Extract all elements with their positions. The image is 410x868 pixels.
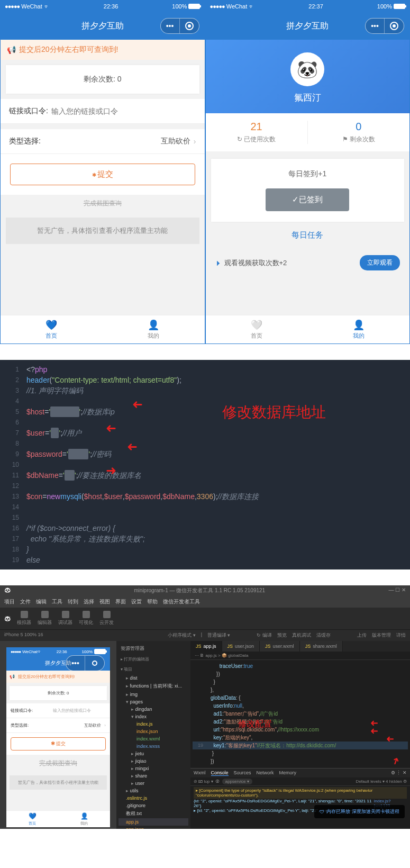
tab-home[interactable]: 🤍 首页 (206, 315, 308, 343)
daily-sign-card: 每日签到+1 ✓已签到 (211, 159, 405, 222)
file-item[interactable]: img (119, 691, 188, 698)
tab-bar: 🤍 首页 👤 我的 (206, 315, 410, 343)
menu-item[interactable]: 项目 (4, 598, 15, 605)
file-item[interactable]: index.wxml (119, 735, 188, 743)
nav-bar: 拼夕夕互助 ••• (1, 12, 205, 40)
file-item[interactable]: index.wxss (119, 743, 188, 750)
simulator-preview[interactable]: ●●●●● WeChatᯤ22:36100% 拼夕夕互助••• 📢提交后20分钟… (6, 647, 110, 827)
nickname: 氟西汀 (206, 92, 410, 104)
file-item[interactable]: utils (119, 787, 188, 794)
console-warning: ▸ [Component] the type of property "isBa… (194, 787, 407, 799)
window-controls[interactable]: — ☐ ✕ (388, 587, 406, 594)
close-icon (180, 19, 199, 33)
nav-bar: 拼夕夕互助 ••• (206, 12, 410, 40)
status-bar: ●●●●● WeChat ᯤ 22:36 100% (1, 1, 205, 12)
editor-tab[interactable]: JS user.wxml (260, 641, 300, 652)
menu-item[interactable]: 界面 (115, 598, 126, 605)
editor-tab[interactable]: JS share.wxml (300, 641, 343, 652)
toast-notification: 🛡内存已释放 深度加速关闭卡顿进程 (314, 805, 405, 818)
capsule-button[interactable]: ••• (365, 18, 404, 34)
watch-button[interactable]: 立即观看 (360, 255, 400, 270)
menu-item[interactable]: 文件 (20, 598, 31, 605)
link-input[interactable] (51, 107, 196, 115)
menu-item[interactable]: 微信开发者工具 (163, 598, 200, 605)
file-item[interactable]: app.json (119, 826, 188, 829)
red-arrow-icon: ➜ (127, 439, 138, 454)
phone-home: ●●●●● WeChat ᯤ 22:36 100% 拼夕夕互助 ••• 📢 提交… (0, 0, 205, 344)
editor-tabs[interactable]: JS app.jsJS user.jsonJS user.wxmlJS shar… (190, 641, 410, 652)
file-item[interactable]: mingxi (119, 765, 188, 772)
submit-button[interactable]: 提交 (10, 164, 195, 185)
file-item[interactable]: .eslintrc.js (119, 794, 188, 802)
console-tab[interactable]: Network (257, 770, 274, 776)
file-item[interactable]: 教程.txt (119, 809, 188, 818)
red-arrow-icon: ➜ (386, 733, 394, 745)
toolbar: 🐼 模拟器编辑器调试器可视化云开发 (0, 608, 410, 630)
person-icon: 👤 (148, 319, 159, 331)
menu-icon: ••• (161, 19, 180, 33)
wechat-devtools: 🐼 miniprogram-1 — 微信开发者工具 1.1 RC 1.05 21… (0, 585, 410, 829)
toolbar-button[interactable]: 可视化 (77, 611, 95, 626)
status-bar: ●●●●● WeChat ᯤ 22:37 100% (206, 1, 410, 12)
menu-item[interactable]: 帮助 (147, 598, 158, 605)
menu-item[interactable]: 设置 (131, 598, 142, 605)
code-area[interactable]: traceUser: true }) } }, globalData: { us… (190, 660, 410, 768)
done-query-link[interactable]: 完成截图查询 (1, 195, 205, 212)
console-tab[interactable]: Memory (279, 770, 297, 776)
red-arrow-icon: ➜ (370, 725, 378, 737)
simulator-panel: ●●●●● WeChatᯤ22:36100% 拼夕夕互助••• 📢提交后20分钟… (0, 641, 116, 829)
toolbar-button[interactable]: 编辑器 (35, 611, 54, 626)
menu-item[interactable]: 编辑 (36, 598, 47, 605)
capsule-button[interactable]: ••• (160, 18, 199, 34)
file-item[interactable]: jietu (119, 750, 188, 757)
menu-bar[interactable]: 项目文件编辑工具转到选择视图界面设置帮助微信开发者工具 (0, 596, 410, 608)
ad-placeholder: 暂无广告，具体指引查看小程序流量主功能 (6, 218, 199, 244)
tab-home[interactable]: 💙 首页 (1, 315, 103, 343)
file-item[interactable]: index (119, 713, 188, 720)
file-item[interactable]: pages (119, 698, 188, 706)
profile-hero: 🐼 氟西汀 (206, 40, 410, 113)
menu-item[interactable]: 工具 (52, 598, 62, 605)
heart-icon: 🤍 (251, 319, 262, 331)
stat-used: 21 ↻ 已使用次数 (206, 121, 307, 144)
type-select-row[interactable]: 类型选择: 互助砍价 › (1, 129, 205, 154)
file-item[interactable]: index.js (119, 720, 188, 728)
status-time: 22:36 (104, 3, 119, 10)
speaker-icon: 📢 (7, 46, 16, 54)
file-item[interactable]: .gitignore (119, 802, 188, 809)
red-arrow-icon: ➜ (106, 421, 116, 436)
file-item[interactable]: user (119, 780, 188, 787)
console-tab[interactable]: Wxml (194, 770, 206, 776)
file-item[interactable]: jiqiao (119, 757, 188, 765)
toolbar-button[interactable]: 调试器 (56, 611, 75, 626)
console-tab[interactable]: Sources (234, 770, 251, 776)
window-titlebar: 🐼 miniprogram-1 — 微信开发者工具 1.1 RC 1.05 21… (0, 585, 410, 596)
remaining-card: 剩余次数: 0 (6, 65, 199, 94)
console-tab[interactable]: Console (211, 770, 229, 776)
file-item[interactable]: index.json (119, 728, 188, 735)
page-title: 拼夕夕互助 (81, 21, 124, 32)
menu-item[interactable]: 视图 (99, 598, 110, 605)
annotation-text: 修改数据库地址 (222, 402, 326, 422)
file-explorer[interactable]: 资源管理器 ▸ 打开的编辑器 ▾ 项目 distfunctions | 当前环境… (116, 641, 190, 829)
file-item[interactable]: app.js (119, 818, 188, 826)
file-item[interactable]: functions | 当前环境: xi... (119, 682, 188, 691)
menu-item[interactable]: 选择 (84, 598, 94, 605)
page-title: 拼夕夕互助 (286, 21, 329, 32)
toolbar-button[interactable]: 模拟器 (15, 611, 33, 626)
signed-button[interactable]: ✓已签到 (266, 188, 349, 211)
toolbar-button[interactable]: 云开发 (97, 611, 116, 626)
wifi-icon: ᯤ (44, 3, 50, 10)
link-input-row: 链接或口令: (1, 99, 205, 124)
tab-mine[interactable]: 👤 我的 (307, 315, 409, 343)
editor-tab[interactable]: JS user.json (222, 641, 260, 652)
console-panel[interactable]: WxmlConsoleSourcesNetworkMemory⚙ ⋮ ✕ ⊘ 🖃… (190, 768, 410, 829)
menu-item[interactable]: 转到 (68, 598, 78, 605)
tab-mine[interactable]: 👤 我的 (103, 315, 205, 343)
tab-bar: 💙 首页 👤 我的 (1, 315, 205, 343)
phone-profile: ●●●●● WeChat ᯤ 22:37 100% 拼夕夕互助 ••• 🐼 氟西… (205, 0, 411, 344)
file-item[interactable]: share (119, 772, 188, 780)
file-item[interactable]: dist (119, 674, 188, 682)
editor-tab[interactable]: JS app.js (190, 641, 222, 652)
file-item[interactable]: dingdan (119, 706, 188, 713)
